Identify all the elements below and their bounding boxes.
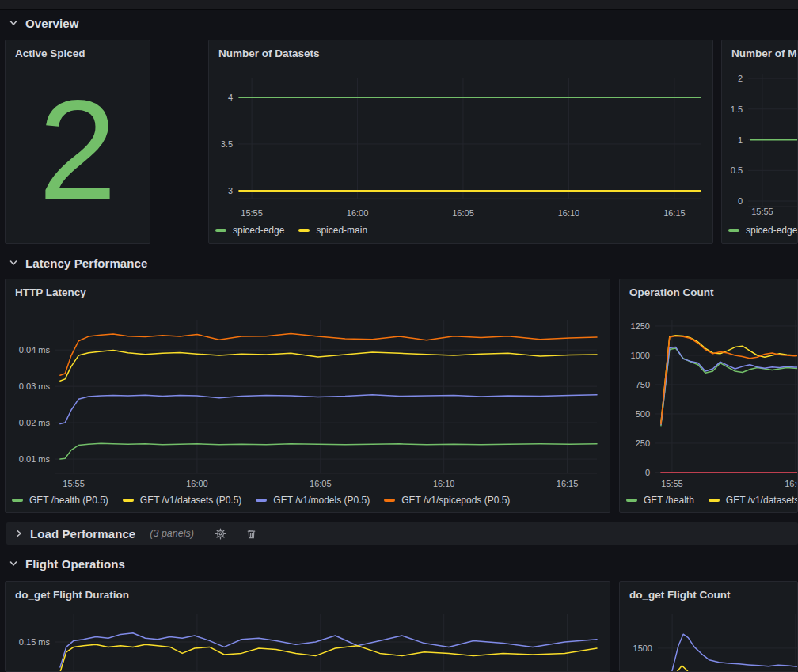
legend-swatch [298,229,310,232]
grafana-dashboard: { "colors": { "canvas": "#111217", "pane… [0,0,798,672]
legend-swatch [384,499,395,502]
legend-item[interactable]: GET /health (P0.5) [12,495,108,506]
legend-item[interactable]: GET /v1/datasets (P0.5) [123,495,242,506]
legend-label: GET /health (P0.5) [29,495,108,506]
y-tick-label: 3.5 [221,139,233,149]
x-tick-label: 16:05 [452,208,474,218]
y-tick-label: 1500 [633,644,652,653]
y-tick-label: 1250 [631,321,650,331]
legend-label: spiced-main [316,225,367,236]
chart-number-of-models[interactable]: 00.511.5215:55 [722,40,797,243]
y-tick-label: 0.5 [731,165,743,175]
legend-item[interactable]: GET /v1/spicepods (P0.5) [384,495,510,506]
panel-title-number-of-models[interactable]: Number of Models [732,47,798,59]
series-line [60,443,597,459]
x-tick-label: 16:00 [186,479,208,488]
series-line [60,395,597,424]
panel-title-http-latency[interactable]: HTTP Latency [15,287,86,298]
legend-operation-count: GET /healthGET /v1/datasetsGET /v1/model… [626,492,797,508]
x-tick-label: 16:10 [558,208,580,218]
stat-value: 2 [39,80,117,221]
chart-svg: 0.01 ms0.02 ms0.03 ms0.04 ms15:5516:0016… [6,279,610,512]
legend-item[interactable]: spiced-edge [215,225,284,236]
legend-swatch [123,499,134,502]
legend-item[interactable]: GET /health [626,495,694,506]
series-line [60,351,597,382]
panel-active-spiced: Active Spiced 2 [5,40,150,244]
y-tick-label: 2 [738,74,743,83]
row-header-flight-operations[interactable]: Flight Operations [8,553,125,574]
chart-http-latency[interactable]: 0.01 ms0.02 ms0.03 ms0.04 ms15:5516:0016… [6,279,610,512]
legend-item[interactable]: spiced-edge [728,225,797,236]
panel-do-get-flight-duration: do_get Flight Duration 0.15 ms15:5516:00… [5,581,610,672]
legend-label: GET /v1/datasets [726,495,798,506]
x-tick-label: 15:55 [661,479,683,488]
chevron-down-icon [8,18,19,28]
chevron-down-icon [8,559,19,568]
y-tick-label: 0.04 ms [19,345,51,355]
legend-number-of-models: spiced-edge [728,222,797,238]
chart-number-of-datasets[interactable]: 33.5415:5516:0016:0516:1016:15 [209,40,712,243]
stat-value-wrap: 2 [6,40,150,243]
series-line [663,666,797,671]
row-header-latency-performance[interactable]: Latency Performance [8,252,147,273]
x-tick-label: 16:00 [785,479,797,488]
legend-label: GET /v1/datasets (P0.5) [140,495,242,506]
chart-svg: 33.5415:5516:0016:0516:1016:15 [209,40,712,243]
legend-swatch [12,499,23,502]
chevron-down-icon [8,258,19,268]
legend-item[interactable]: GET /v1/models (P0.5) [256,495,370,506]
gear-icon[interactable] [215,528,226,540]
y-tick-label: 1 [738,135,743,145]
y-tick-label: 0.01 ms [19,454,51,464]
row-title-latency-performance: Latency Performance [25,256,147,270]
legend-label: GET /v1/models (P0.5) [273,495,370,506]
legend-label: spiced-edge [233,225,284,236]
trash-icon[interactable] [245,528,257,540]
legend-http-latency: GET /health (P0.5)GET /v1/datasets (P0.5… [12,492,610,508]
chevron-right-icon [14,529,24,538]
legend-swatch [215,229,226,232]
series-line [661,347,797,425]
y-tick-label: 1.5 [731,104,743,114]
row-panel-count: (3 panels) [150,528,194,539]
row-header-load-performance[interactable]: Load Performance (3 panels) [6,522,798,545]
x-tick-label: 15:55 [241,208,263,218]
y-tick-label: 4 [228,93,233,102]
y-tick-label: 0 [645,468,650,477]
x-tick-label: 16:10 [433,479,455,488]
legend-number-of-datasets: spiced-edgespiced-main [215,222,712,238]
panel-title-operation-count[interactable]: Operation Count [629,287,714,298]
series-line [661,336,797,424]
y-tick-label: 0.02 ms [19,418,51,427]
y-tick-label: 3 [228,186,233,196]
panel-title-do-get-flight-count[interactable]: do_get Flight Count [629,589,730,601]
panel-title-do-get-flight-duration[interactable]: do_get Flight Duration [15,589,129,601]
y-tick-label: 1000 [631,351,650,360]
panel-title-active-spiced[interactable]: Active Spiced [15,47,86,59]
legend-item[interactable]: GET /v1/datasets [709,495,798,506]
panel-do-get-flight-count: do_get Flight Count 150015:5516:00 [619,581,798,672]
panel-operation-count: Operation Count 02505007501000125015:551… [619,279,798,513]
row-title-load-performance: Load Performance [30,527,135,541]
y-tick-label: 0.15 ms [19,637,51,647]
series-line [60,644,597,671]
x-tick-label: 15:55 [63,479,85,488]
legend-swatch [728,229,739,232]
legend-label: GET /health [644,495,694,506]
row-header-overview[interactable]: Overview [8,13,79,33]
y-tick-label: 750 [636,380,650,389]
x-tick-label: 15:55 [751,207,773,216]
series-line [60,633,597,667]
chart-operation-count[interactable]: 02505007501000125015:5516:00 [620,279,797,512]
panel-title-number-of-datasets[interactable]: Number of Datasets [218,47,320,59]
x-tick-label: 16:05 [310,479,332,488]
legend-swatch [626,499,637,502]
legend-label: GET /v1/spicepods (P0.5) [401,495,510,506]
x-tick-label: 16:00 [347,208,369,218]
series-line [661,336,797,423]
chart-svg: 00.511.5215:55 [722,40,797,243]
legend-swatch [709,499,720,502]
legend-item[interactable]: spiced-main [298,225,367,236]
chart-svg: 02505007501000125015:5516:00 [620,279,797,512]
